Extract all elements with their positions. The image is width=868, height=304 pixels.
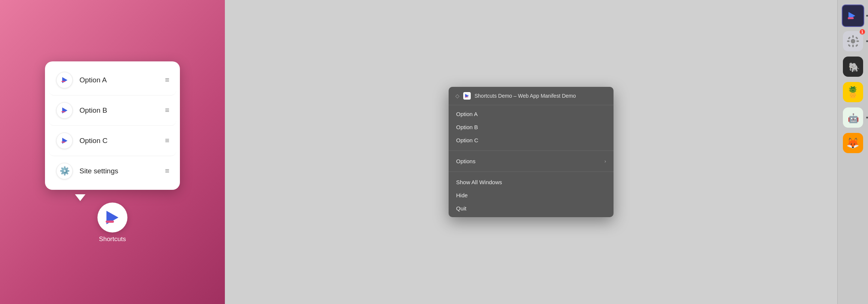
menu-app-icon xyxy=(463,92,471,100)
app-name-label: Shortcuts xyxy=(99,235,126,243)
pineapple-icon: 🍍 xyxy=(843,82,863,102)
settings-badge: 1 xyxy=(859,28,866,35)
left-panel: Option A ≡ Option B ≡ Option C ≡ xyxy=(0,0,225,304)
shortcut-popup: Option A ≡ Option B ≡ Option C ≡ xyxy=(45,61,180,190)
android-icon: 🤖 xyxy=(843,107,863,128)
drag-handle-settings: ≡ xyxy=(165,167,169,175)
drag-handle-a: ≡ xyxy=(165,76,169,84)
popup-tail xyxy=(75,194,85,201)
menu-item-quit[interactable]: Quit xyxy=(449,202,614,215)
svg-rect-21 xyxy=(855,44,858,47)
menu-title: Shortcuts Demo – Web App Manifest Demo xyxy=(474,93,576,99)
svg-point-13 xyxy=(851,39,855,43)
center-panel: ◇ Shortcuts Demo – Web App Manifest Demo… xyxy=(225,87,837,217)
dock-icon-fox[interactable]: 🦊 xyxy=(842,132,864,154)
app-icon-large[interactable] xyxy=(97,203,127,232)
svg-rect-5 xyxy=(61,142,65,143)
site-settings-label: Site settings xyxy=(79,167,165,175)
dock-icon-terminal[interactable] xyxy=(842,4,864,27)
svg-marker-4 xyxy=(62,138,67,144)
svg-rect-15 xyxy=(852,45,854,47)
svg-text:🐘: 🐘 xyxy=(849,62,860,73)
shortcut-item-option-c[interactable]: Option C ≡ xyxy=(49,126,176,156)
option-c-icon xyxy=(56,133,73,149)
option-a-label: Option A xyxy=(79,76,165,84)
option-b-icon xyxy=(56,102,73,119)
right-dock: 1 🐘 🍍 🤖 🦊 xyxy=(837,0,868,304)
menu-item-option-a[interactable]: Option A xyxy=(449,107,614,121)
svg-marker-2 xyxy=(62,107,67,113)
drag-handle-c: ≡ xyxy=(165,136,169,145)
elephant-icon: 🐘 xyxy=(843,57,863,77)
dock-icon-android[interactable]: 🤖 xyxy=(842,106,864,129)
shortcut-item-site-settings[interactable]: ⚙️ Site settings ≡ xyxy=(49,156,176,186)
context-menu: ◇ Shortcuts Demo – Web App Manifest Demo… xyxy=(449,87,614,217)
site-settings-icon: ⚙️ xyxy=(56,163,73,179)
fox-icon: 🦊 xyxy=(843,133,863,153)
divider-1 xyxy=(449,151,614,151)
shortcut-item-option-a[interactable]: Option A ≡ xyxy=(49,65,176,95)
shortcut-item-option-b[interactable]: Option B ≡ xyxy=(49,95,176,126)
svg-rect-18 xyxy=(848,37,851,40)
menu-item-options[interactable]: Options › xyxy=(449,155,614,168)
svg-rect-19 xyxy=(855,37,858,40)
app-icon-container: Shortcuts xyxy=(97,203,127,243)
divider-2 xyxy=(449,171,614,172)
menu-group-2: Options › xyxy=(449,152,614,170)
context-menu-header: ◇ Shortcuts Demo – Web App Manifest Demo xyxy=(449,87,614,105)
terminal-dot xyxy=(866,15,868,17)
dock-icon-elephant[interactable]: 🐘 xyxy=(842,55,864,78)
svg-rect-7 xyxy=(106,221,114,223)
svg-rect-20 xyxy=(848,44,851,47)
menu-item-option-b[interactable]: Option B xyxy=(449,121,614,134)
svg-rect-17 xyxy=(856,40,859,42)
menu-group-1: Option A Option B Option C xyxy=(449,105,614,149)
dock-icon-settings[interactable]: 1 xyxy=(842,30,864,52)
menu-group-3: Show All Windows Hide Quit xyxy=(449,173,614,217)
settings-dot xyxy=(866,40,868,42)
dock-icon-pineapple[interactable]: 🍍 xyxy=(842,81,864,103)
menu-item-hide[interactable]: Hide xyxy=(449,189,614,202)
diamond-icon: ◇ xyxy=(455,93,459,99)
menu-item-option-c[interactable]: Option C xyxy=(449,134,614,147)
svg-marker-0 xyxy=(62,77,67,83)
svg-rect-1 xyxy=(61,81,65,82)
svg-rect-12 xyxy=(848,17,854,19)
option-c-label: Option C xyxy=(79,137,165,145)
option-a-icon xyxy=(56,72,73,88)
svg-rect-16 xyxy=(847,40,850,42)
svg-text:🤖: 🤖 xyxy=(848,113,859,124)
svg-rect-3 xyxy=(61,111,65,112)
option-b-label: Option B xyxy=(79,106,165,115)
submenu-arrow-icon: › xyxy=(605,158,606,164)
svg-rect-10 xyxy=(465,97,468,97)
menu-item-show-all-windows[interactable]: Show All Windows xyxy=(449,176,614,189)
android-dot xyxy=(866,117,868,119)
svg-rect-14 xyxy=(852,35,854,38)
drag-handle-b: ≡ xyxy=(165,106,169,115)
terminal-icon xyxy=(842,4,864,27)
